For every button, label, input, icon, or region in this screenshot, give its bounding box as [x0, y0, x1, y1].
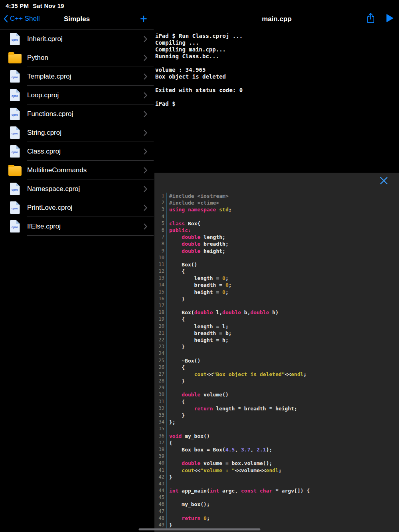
file-badge-label: cpro: [10, 94, 20, 98]
line-number: 21: [154, 330, 166, 337]
code-line: 19 {: [154, 316, 399, 323]
code-text: {: [166, 439, 172, 446]
code-line: 1#include <iostream>: [154, 193, 399, 199]
terminal-line: Compiling ...: [155, 39, 397, 46]
terminal-line: volume : 34.965: [155, 67, 397, 73]
close-icon[interactable]: [379, 176, 389, 185]
file-list-item[interactable]: cproPrintLove.cproj: [0, 198, 154, 217]
line-number: 46: [154, 501, 166, 508]
line-number: 20: [154, 323, 166, 330]
file-name: MultilineCommands: [27, 166, 87, 174]
file-badge-label: cpro: [10, 75, 20, 79]
line-number: 25: [154, 357, 166, 364]
run-button[interactable]: [386, 14, 393, 22]
code-text: [166, 254, 172, 261]
code-area[interactable]: 1#include <iostream>2#include <ctime>3us…: [154, 193, 399, 528]
line-number: 15: [154, 289, 166, 296]
code-line: 3using namespace std;: [154, 206, 399, 213]
line-number: 16: [154, 296, 166, 302]
code-text: [166, 494, 172, 501]
line-number: 19: [154, 316, 166, 323]
code-line: 41 cout<<"volume : "<<volume<<endl;: [154, 467, 399, 474]
code-line: 21 breadth = b;: [154, 330, 399, 337]
file-list-item[interactable]: cproLoop.cproj: [0, 86, 154, 104]
file-name: Loop.cproj: [27, 91, 59, 99]
terminal-line: Exited with status code: 0: [155, 87, 397, 94]
file-name: Template.cproj: [27, 73, 71, 81]
chevron-right-icon: [144, 55, 147, 61]
code-text: return length * breadth * height;: [166, 405, 297, 412]
add-button[interactable]: +: [140, 11, 147, 28]
terminal-line: Running Class.bc...: [155, 53, 397, 60]
line-number: 48: [154, 515, 166, 522]
file-badge-label: cpro: [10, 150, 20, 154]
code-line: 29: [154, 384, 399, 391]
code-line: 43: [154, 481, 399, 487]
code-text: [166, 426, 172, 432]
line-number: 14: [154, 282, 166, 288]
chevron-right-icon: [144, 73, 147, 80]
file-badge-label: cpro: [10, 132, 20, 135]
file-list-item[interactable]: Python: [0, 48, 154, 67]
file-list-item[interactable]: cproClass.cproj: [0, 142, 154, 161]
code-text: }: [166, 378, 185, 384]
code-text: [166, 384, 172, 391]
chevron-right-icon: [144, 167, 147, 173]
file-list-item[interactable]: cproNamespace.cproj: [0, 179, 154, 198]
home-indicator[interactable]: [139, 528, 261, 530]
code-text: cout<<"volume : "<<volume<<endl;: [166, 467, 282, 474]
file-list-item[interactable]: MultilineCommands: [0, 161, 154, 179]
chevron-right-icon: [144, 205, 147, 211]
code-text: height = h;: [166, 337, 229, 343]
line-number: 22: [154, 337, 166, 343]
line-number: 33: [154, 412, 166, 419]
code-line: 45: [154, 494, 399, 501]
file-list-item[interactable]: cproFunctions.cproj: [0, 104, 154, 123]
cproj-file-icon: cpro: [10, 183, 20, 195]
code-text: Box(double l,double b,double h): [166, 309, 279, 316]
code-line: 14 breadth = 0;: [154, 282, 399, 288]
terminal-output[interactable]: iPad $ Run Class.cproj ...Compiling ...C…: [155, 33, 397, 107]
status-left: 4:35 PMSat Nov 19: [6, 2, 68, 9]
file-badge-label: cpro: [10, 225, 20, 229]
line-number: 38: [154, 446, 166, 453]
code-line: 36void my_box(): [154, 433, 399, 439]
file-list-item[interactable]: cproTemplate.cproj: [0, 67, 154, 86]
code-line: 27 cout<<"Box object is deleted"<<endl;: [154, 371, 399, 378]
code-text: [166, 508, 172, 515]
cproj-file-icon: cpro: [10, 108, 20, 120]
share-icon[interactable]: [366, 13, 375, 24]
line-number: 42: [154, 474, 166, 481]
file-name: String.cproj: [27, 129, 61, 137]
code-line: 18 Box(double l,double b,double h): [154, 309, 399, 316]
line-number: 29: [154, 384, 166, 391]
file-list-item[interactable]: cproIfElse.cproj: [0, 217, 154, 236]
file-name: PrintLove.cproj: [27, 204, 72, 212]
line-number: 3: [154, 206, 166, 213]
status-date: Sat Nov 19: [33, 2, 64, 9]
code-line: 33 }: [154, 412, 399, 419]
code-text: }: [166, 412, 185, 419]
file-browser-panel: 4:35 PMSat Nov 19 C++ Shell Simples + cp…: [0, 0, 154, 532]
code-text: [166, 350, 172, 357]
chevron-right-icon: [144, 148, 147, 155]
editor-actions: [366, 13, 393, 24]
line-number: 13: [154, 275, 166, 282]
code-text: }: [166, 343, 185, 350]
line-number: 44: [154, 487, 166, 494]
code-text: [166, 302, 172, 309]
file-list-item[interactable]: cproString.cproj: [0, 123, 154, 142]
code-text: }: [166, 296, 185, 302]
folder-icon: [8, 54, 22, 63]
code-text: my_box();: [166, 501, 210, 508]
code-line: 48 return 0;: [154, 515, 399, 522]
file-name: Namespace.cproj: [27, 185, 80, 193]
code-line: 49}: [154, 522, 399, 528]
code-line: 16 }: [154, 296, 399, 302]
file-list-item[interactable]: cproInherit.cproj: [0, 30, 154, 48]
line-number: 43: [154, 481, 166, 487]
code-text: }: [166, 522, 172, 528]
terminal-line: iPad $: [155, 100, 397, 107]
code-line: 23 }: [154, 343, 399, 350]
line-number: 34: [154, 419, 166, 426]
